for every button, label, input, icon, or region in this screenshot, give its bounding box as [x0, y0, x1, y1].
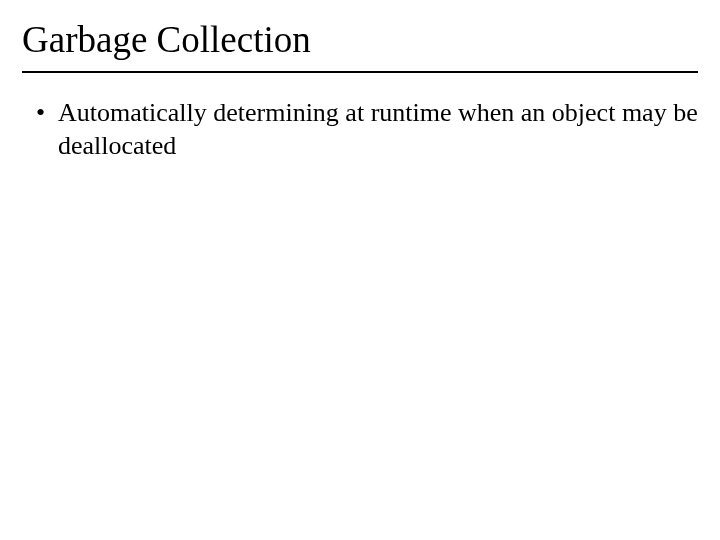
bullet-list: Automatically determining at runtime whe… — [22, 97, 698, 162]
slide-title: Garbage Collection — [22, 18, 698, 61]
list-item: Automatically determining at runtime whe… — [36, 97, 698, 162]
title-divider — [22, 71, 698, 73]
